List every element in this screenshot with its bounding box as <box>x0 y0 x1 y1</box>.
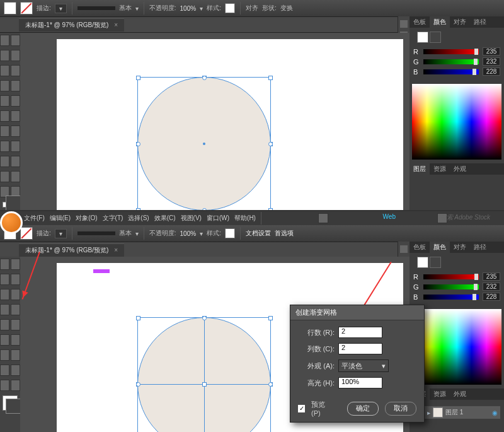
color-spectrum-2[interactable] <box>412 309 501 385</box>
brush-preview[interactable] <box>77 6 115 10</box>
stroke-weight-field[interactable]: ▾ <box>55 4 67 13</box>
align-tab[interactable]: 对齐 <box>450 16 470 28</box>
scale-tool[interactable] <box>11 126 20 137</box>
appearance-tab[interactable]: 外观 <box>450 163 470 175</box>
layer-row[interactable]: ▸ 图层 1 ◉ <box>413 406 500 419</box>
pen-tool-2[interactable] <box>0 289 9 300</box>
width-tool[interactable] <box>0 141 9 152</box>
fill-stroke-indicator[interactable] <box>3 202 18 207</box>
menu-view[interactable]: 视图(V) <box>180 214 203 223</box>
doc-setup-button[interactable]: 文档设置 <box>246 229 271 238</box>
preview-label[interactable]: 预览 (P) <box>311 400 335 417</box>
path-tab[interactable]: 路径 <box>470 16 490 28</box>
adobe-stock-search[interactable]: 搜索 Adobe Stock <box>439 213 491 222</box>
rotate-tool[interactable] <box>0 126 9 137</box>
free-transform-tool[interactable] <box>11 141 20 152</box>
cols-input[interactable]: 2 <box>338 343 382 354</box>
style-button[interactable]: 样式: <box>207 4 221 13</box>
selection-tool[interactable] <box>0 35 9 46</box>
workspace-switcher[interactable]: Web <box>382 213 397 220</box>
shaper-tool-2[interactable] <box>0 334 9 346</box>
canvas-viewport[interactable] <box>20 33 410 210</box>
menu-help[interactable]: 帮助(H) <box>233 214 257 223</box>
menu-type[interactable]: 文字(T) <box>101 214 125 223</box>
shaper-tool[interactable] <box>0 110 9 122</box>
perspective-tool-2[interactable] <box>11 380 20 391</box>
width-tool-2[interactable] <box>0 365 9 376</box>
close-icon[interactable]: × <box>114 21 118 28</box>
style-label-2[interactable]: 基本 <box>119 229 132 238</box>
document-tab-2[interactable]: 未标题-1* @ 97% (RGB/预览) × <box>19 243 124 257</box>
properties-icon-2[interactable] <box>400 245 408 253</box>
r-value-2[interactable]: 235 <box>483 272 500 281</box>
properties-icon[interactable] <box>400 20 408 28</box>
cancel-button[interactable]: 取消 <box>385 402 416 416</box>
stroke-none-swatch-2[interactable] <box>20 227 33 240</box>
direct-selection-tool[interactable] <box>11 35 20 46</box>
opacity-value-2[interactable]: 100% <box>180 230 197 237</box>
path-tab-2[interactable]: 路径 <box>470 242 490 253</box>
stroke-weight-field-2[interactable]: ▾ <box>55 229 67 238</box>
shape-builder-tool[interactable] <box>0 156 9 167</box>
menu-effect[interactable]: 效果(C) <box>153 214 177 223</box>
r-value[interactable]: 235 <box>483 47 500 55</box>
layers-tab[interactable]: 图层 <box>410 163 430 175</box>
r-slider[interactable] <box>423 49 479 54</box>
b-slider-2[interactable] <box>423 295 479 300</box>
panel-stroke-swatch-2[interactable] <box>430 257 441 268</box>
g-slider[interactable] <box>423 59 479 64</box>
document-tab[interactable]: 未标题-1* @ 97% (RGB/预览) × <box>19 18 124 32</box>
type-tool-2[interactable] <box>0 304 9 315</box>
rows-input[interactable]: 2 <box>338 327 382 338</box>
opacity-value[interactable]: 100% <box>180 5 197 12</box>
rotate-tool-2[interactable] <box>0 349 9 361</box>
arrange-icon[interactable] <box>318 213 328 223</box>
rectangle-tool-2[interactable] <box>0 319 9 330</box>
color-tab-2[interactable]: 颜色 <box>430 242 450 253</box>
menu-select[interactable]: 选择(S) <box>127 214 150 223</box>
scale-tool-2[interactable] <box>11 349 20 361</box>
paintbrush-tool-2[interactable] <box>11 319 20 330</box>
free-transform-tool-2[interactable] <box>11 365 20 376</box>
b-value[interactable]: 228 <box>483 67 500 76</box>
appearance-tab-2[interactable]: 外观 <box>450 388 470 400</box>
pen-tool[interactable] <box>0 65 9 76</box>
style-swatch-2[interactable] <box>225 228 235 238</box>
panel-stroke-swatch[interactable] <box>430 32 441 43</box>
mesh-tool[interactable] <box>0 171 9 182</box>
swatches-tab[interactable]: 色板 <box>410 16 430 28</box>
b-value-2[interactable]: 228 <box>483 293 500 301</box>
close-icon-2[interactable]: × <box>114 247 118 254</box>
gradient-tool[interactable] <box>11 171 20 182</box>
preview-checkbox[interactable]: ✓ <box>298 405 305 412</box>
curvature-tool[interactable] <box>11 65 20 76</box>
g-slider-2[interactable] <box>423 284 479 289</box>
eraser-tool-2[interactable] <box>11 334 20 346</box>
g-value-2[interactable]: 232 <box>483 283 500 291</box>
appearance-select[interactable]: 平淡色 ▾ <box>338 359 389 372</box>
direct-selection-tool-2[interactable] <box>11 259 20 270</box>
lasso-tool-2[interactable] <box>11 274 20 285</box>
ellipse-shape[interactable] <box>137 77 271 210</box>
rectangle-tool[interactable] <box>0 95 9 107</box>
g-value[interactable]: 232 <box>483 57 500 66</box>
lasso-tool[interactable] <box>11 50 20 61</box>
menu-object[interactable]: 对象(O) <box>74 214 98 223</box>
menu-window[interactable]: 窗口(W) <box>205 214 231 223</box>
highlight-input[interactable]: 100% <box>338 377 382 388</box>
magic-wand-tool[interactable] <box>0 50 9 61</box>
assets-tab-2[interactable]: 资源 <box>430 388 450 400</box>
brush-preview-2[interactable] <box>77 231 115 235</box>
menu-file[interactable]: 文件(F) <box>23 214 46 223</box>
r-slider-2[interactable] <box>423 274 479 279</box>
swatches-tab-2[interactable]: 色板 <box>410 242 430 253</box>
panel-fill-swatch[interactable] <box>417 32 428 43</box>
ai-app-icon[interactable] <box>0 211 23 234</box>
panel-fill-swatch-2[interactable] <box>417 257 428 268</box>
layer-name[interactable]: 图层 1 <box>445 408 463 417</box>
shape-builder-tool-2[interactable] <box>0 380 9 391</box>
color-tab[interactable]: 颜色 <box>430 16 450 28</box>
eraser-tool[interactable] <box>11 110 20 122</box>
line-tool[interactable] <box>11 80 20 91</box>
fill-stroke-indicator-2[interactable] <box>3 395 18 411</box>
